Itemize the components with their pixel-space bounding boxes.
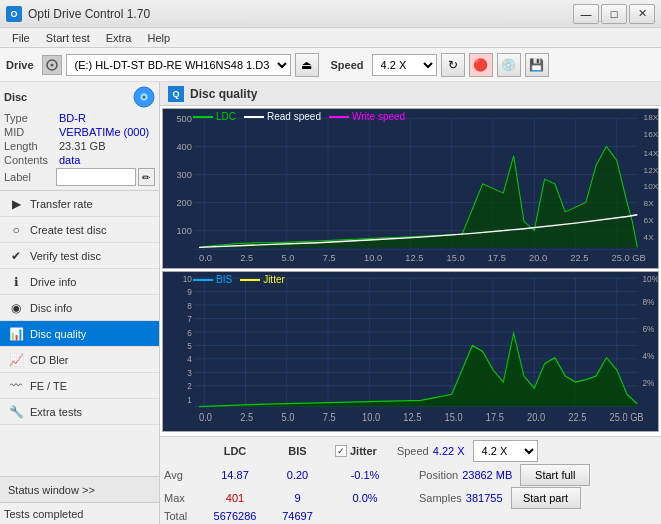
svg-text:20.0: 20.0 xyxy=(527,411,545,423)
save-button[interactable]: 💾 xyxy=(525,53,549,77)
close-button[interactable]: ✕ xyxy=(629,4,655,24)
svg-text:2.5: 2.5 xyxy=(240,411,253,423)
stats-max-ldc: 401 xyxy=(200,492,270,504)
svg-text:0.0: 0.0 xyxy=(199,254,212,264)
sidebar-item-create-test-disc[interactable]: ○ Create test disc xyxy=(0,217,159,243)
svg-text:10.0: 10.0 xyxy=(362,411,380,423)
disc-info-panel: Disc Type BD-R MID VERBATIMe (000) Lengt… xyxy=(0,82,159,191)
disc-mid-row: MID VERBATIMe (000) xyxy=(4,126,155,138)
minimize-button[interactable]: — xyxy=(573,4,599,24)
sidebar-item-verify-test-disc[interactable]: ✔ Verify test disc xyxy=(0,243,159,269)
menu-file[interactable]: File xyxy=(4,30,38,46)
burn-button[interactable]: 🔴 xyxy=(469,53,493,77)
disc-info-icon: ◉ xyxy=(8,300,24,316)
svg-text:10.0: 10.0 xyxy=(364,254,382,264)
refresh-button[interactable]: ↻ xyxy=(441,53,465,77)
stats-total-label: Total xyxy=(164,510,200,522)
bis-legend-color xyxy=(193,279,213,281)
stats-max-row: Max 401 9 0.0% Samples 381755 Start part xyxy=(164,487,657,509)
sidebar-item-label: Create test disc xyxy=(30,224,106,236)
jitter-legend-label: Jitter xyxy=(263,274,285,285)
svg-text:3: 3 xyxy=(187,367,192,378)
svg-text:25.0 GB: 25.0 GB xyxy=(612,254,646,264)
jitter-label: Jitter xyxy=(350,445,377,457)
status-window-button[interactable]: Status window >> xyxy=(0,476,159,502)
drive-selector[interactable]: (E:) HL-DT-ST BD-RE WH16NS48 1.D3 xyxy=(66,54,291,76)
start-full-button[interactable]: Start full xyxy=(520,464,590,486)
status-window-label: Status window >> xyxy=(8,484,95,496)
transfer-rate-icon: ▶ xyxy=(8,196,24,212)
sidebar-item-transfer-rate[interactable]: ▶ Transfer rate xyxy=(0,191,159,217)
disc-length-value: 23.31 GB xyxy=(59,140,105,152)
svg-text:15.0: 15.0 xyxy=(445,411,463,423)
disc-icon xyxy=(133,86,155,108)
svg-text:2.5: 2.5 xyxy=(240,254,253,264)
write-speed-legend-label: Write speed xyxy=(352,111,405,122)
svg-text:17.5: 17.5 xyxy=(488,254,506,264)
maximize-button[interactable]: □ xyxy=(601,4,627,24)
upper-chart-svg: 500 400 300 200 100 18X 16X 14X 12X 10X … xyxy=(163,109,658,268)
jitter-legend: Jitter xyxy=(240,274,285,285)
stats-area: LDC BIS ✓ Jitter Speed 4.22 X 4.2 X xyxy=(160,436,661,524)
sidebar-item-cd-bler[interactable]: 📈 CD Bler xyxy=(0,347,159,373)
sidebar-item-fe-te[interactable]: 〰 FE / TE xyxy=(0,373,159,399)
stats-max-label: Max xyxy=(164,492,200,504)
read-speed-legend: Read speed xyxy=(244,111,321,122)
menu-start-test[interactable]: Start test xyxy=(38,30,98,46)
upper-chart-legend: LDC Read speed Write speed xyxy=(193,111,405,122)
create-test-disc-icon: ○ xyxy=(8,222,24,238)
jitter-checkbox-area: ✓ Jitter xyxy=(335,445,377,457)
menu-bar: File Start test Extra Help xyxy=(0,28,661,48)
disc-label-row: Label ✏ xyxy=(4,168,155,186)
sidebar-item-extra-tests[interactable]: 🔧 Extra tests xyxy=(0,399,159,425)
svg-text:17.5: 17.5 xyxy=(486,411,504,423)
position-value: 23862 MB xyxy=(462,469,512,481)
extra-tests-icon: 🔧 xyxy=(8,404,24,420)
main-container: Disc Type BD-R MID VERBATIMe (000) Lengt… xyxy=(0,82,661,524)
svg-text:4: 4 xyxy=(187,354,192,365)
stats-total-ldc: 5676286 xyxy=(200,510,270,522)
svg-text:7.5: 7.5 xyxy=(323,411,336,423)
title-bar: O Opti Drive Control 1.70 — □ ✕ xyxy=(0,0,661,28)
sidebar-item-drive-info[interactable]: ℹ Drive info xyxy=(0,269,159,295)
dq-title: Disc quality xyxy=(190,87,257,101)
stats-speed-dropdown[interactable]: 4.2 X xyxy=(473,440,538,462)
svg-text:0.0: 0.0 xyxy=(199,411,212,423)
eject-button[interactable]: ⏏ xyxy=(295,53,319,77)
svg-text:12.5: 12.5 xyxy=(405,254,423,264)
disc-label-input[interactable] xyxy=(56,168,136,186)
svg-text:6X: 6X xyxy=(644,216,655,225)
sidebar-item-label: Disc info xyxy=(30,302,72,314)
stats-max-jitter: 0.0% xyxy=(335,492,395,504)
stats-ldc-header: LDC xyxy=(200,445,270,457)
svg-text:7.5: 7.5 xyxy=(323,254,336,264)
label-edit-button[interactable]: ✏ xyxy=(138,168,155,186)
sidebar-item-label: Drive info xyxy=(30,276,76,288)
svg-text:4X: 4X xyxy=(644,233,655,242)
disc-quality-header: Q Disc quality xyxy=(160,82,661,106)
status-text: Tests completed xyxy=(4,508,83,520)
disc-button[interactable]: 💿 xyxy=(497,53,521,77)
window-controls: — □ ✕ xyxy=(573,4,655,24)
stats-avg-row: Avg 14.87 0.20 -0.1% Position 23862 MB S… xyxy=(164,464,657,486)
svg-text:12.5: 12.5 xyxy=(403,411,421,423)
svg-text:10X: 10X xyxy=(644,183,658,192)
speed-selector[interactable]: 4.2 X xyxy=(372,54,437,76)
start-part-button[interactable]: Start part xyxy=(511,487,581,509)
svg-text:5.0: 5.0 xyxy=(282,411,295,423)
svg-text:1: 1 xyxy=(187,394,192,405)
drive-label: Drive xyxy=(6,59,34,71)
svg-text:500: 500 xyxy=(176,114,192,124)
sidebar-item-disc-info[interactable]: ◉ Disc info xyxy=(0,295,159,321)
svg-text:14X: 14X xyxy=(644,149,658,158)
sidebar-item-disc-quality[interactable]: 📊 Disc quality xyxy=(0,321,159,347)
disc-type-row: Type BD-R xyxy=(4,112,155,124)
menu-extra[interactable]: Extra xyxy=(98,30,140,46)
menu-help[interactable]: Help xyxy=(139,30,178,46)
svg-text:16X: 16X xyxy=(644,130,658,139)
title-bar-left: O Opti Drive Control 1.70 xyxy=(6,6,150,22)
jitter-checkbox[interactable]: ✓ xyxy=(335,445,347,457)
lower-chart-legend: BIS Jitter xyxy=(193,274,285,285)
cd-bler-icon: 📈 xyxy=(8,352,24,368)
svg-point-1 xyxy=(50,63,53,66)
